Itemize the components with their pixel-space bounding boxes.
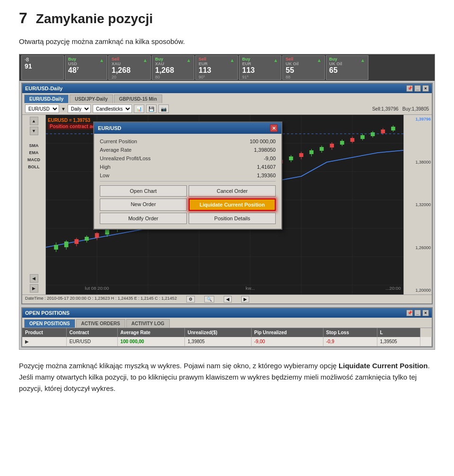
modal-label-unrealized: Unrealized Profit/Loss xyxy=(100,156,151,161)
ticker-item-minus8: ·8 91 xyxy=(21,55,64,80)
ticker-ukoil-buy-price: 65 xyxy=(329,66,338,75)
page-number: 7 xyxy=(19,9,27,27)
symbol-select[interactable]: EUR/USD xyxy=(25,104,59,113)
timeframe-select[interactable]: Daily xyxy=(68,104,91,113)
modal-body: Current Position 100 000,00 Average Rate… xyxy=(94,134,281,229)
modal-btn-cancel-order[interactable]: Cancel Order xyxy=(189,185,276,197)
statusbar-btn1[interactable]: ⚙ xyxy=(186,296,195,303)
svg-rect-20 xyxy=(85,237,89,241)
chart-toolbar: EUR/USD ▼ Daily Candlesticks 📊 💾 📷 Sell:… xyxy=(22,103,432,115)
toolbar-save-btn[interactable]: 💾 xyxy=(146,104,157,113)
ticker-buy-eur-label: Buy xyxy=(242,57,250,61)
svg-rect-16 xyxy=(64,242,69,247)
modal-btn-modify-order[interactable]: Modify Order xyxy=(100,213,187,224)
positions-titlebar-buttons: 📌 _ × xyxy=(406,310,429,316)
modal-close-btn[interactable]: ✕ xyxy=(270,124,278,132)
svg-rect-76 xyxy=(371,132,375,136)
ticker-sell-ukoil[interactable]: Sell UK Oil ▲ 55 88 xyxy=(282,55,325,80)
boll-indicator[interactable]: BOLL xyxy=(27,164,41,170)
svg-text:lut 08 20:00: lut 08 20:00 xyxy=(85,286,109,291)
modal-row-unrealized: Unrealized Profit/Loss -9,00 xyxy=(100,156,276,161)
row-l xyxy=(420,337,431,346)
statusbar-btn4[interactable]: ▶ xyxy=(241,296,249,303)
ticker-eur-buy-sub: 91⁶ xyxy=(242,75,249,79)
svg-rect-70 xyxy=(340,141,344,145)
ticker-xau-sell-sub: 20 xyxy=(112,75,116,79)
statusbar-btn2[interactable]: 🔍 xyxy=(204,296,214,303)
svg-rect-64 xyxy=(309,150,314,154)
toolbar-arrow: ▼ xyxy=(61,106,66,112)
col-header-l: L xyxy=(377,328,420,337)
col-header-unrealized: Unrealized($) xyxy=(184,328,251,337)
modal-overlay: EUR/USD ✕ Current Position 100 000,00 Av… xyxy=(93,121,282,230)
svg-text:...20:00: ...20:00 xyxy=(385,286,401,291)
chart-tab-usdjpy[interactable]: USD/JPY-Daily xyxy=(70,95,113,103)
ticker-buy-xau[interactable]: Buy XAU ▲ 1,268 80 xyxy=(152,55,194,80)
page-title-section: 7 Zamykanie pozycji xyxy=(19,9,435,27)
ticker-buy-ukoil[interactable]: Buy UK Oil ▲ 65 xyxy=(326,55,368,80)
modal-btn-new-order[interactable]: New Order xyxy=(100,199,187,211)
ticker-xau-sell-price: 1,268 xyxy=(112,66,131,75)
svg-rect-78 xyxy=(381,130,385,133)
svg-rect-62 xyxy=(299,153,304,157)
modal-titlebar: EUR/USD ✕ xyxy=(94,122,281,134)
modal-value-current-position: 100 000,00 xyxy=(250,138,276,144)
positions-minimize-btn[interactable]: _ xyxy=(414,310,421,316)
col-header-stop-loss: Stop Loss xyxy=(323,328,377,337)
modal-row-high: High 1,41607 xyxy=(100,164,276,170)
scroll-left-btn[interactable]: ◀ xyxy=(30,274,38,283)
statusbar-btn3[interactable]: ◀ xyxy=(224,296,232,303)
ticker-buy-xau-label: Buy xyxy=(155,57,163,61)
chart-tab-eurusd[interactable]: EUR/USD-Daily xyxy=(24,95,69,103)
row-stop-loss: 1,39505 xyxy=(377,337,420,346)
chart-right-axis: 1,39796 1,38000 1,32000 1,26000 1,20000 xyxy=(403,115,432,294)
modal-btn-position-details[interactable]: Position Details xyxy=(189,213,276,224)
ticker-buy-usd[interactable]: Buy USD ▲ 487 xyxy=(65,55,107,80)
body-paragraph-1: Pozycję można zamknąć klikając myszką w … xyxy=(19,360,435,394)
positions-tab-active-orders[interactable]: ACTIVE ORDERS xyxy=(76,319,125,328)
ticker-xau-arrow: ▲ xyxy=(186,58,191,63)
price-level-2: 1,38000 xyxy=(405,160,431,164)
chart-minimize-btn[interactable]: _ xyxy=(414,85,421,92)
ticker-ukoil-sell-price: 55 xyxy=(286,66,294,75)
modal-btn-liquidate[interactable]: Liquidate Current Position xyxy=(189,199,276,211)
chart-titlebar-buttons: 📌 _ × xyxy=(406,85,429,92)
ticker-sell-xau[interactable]: Sell XAU ▲ 1,268 20 xyxy=(108,55,151,80)
modal-btn-open-chart[interactable]: Open Chart xyxy=(100,185,187,197)
sma-indicator[interactable]: SMA xyxy=(28,143,40,148)
ticker-buy-eur[interactable]: Buy EUR ▲ 113 91⁶ xyxy=(239,55,281,80)
positions-tab-activity-log[interactable]: ACTIVITY LOG xyxy=(126,319,170,328)
chart-tab-gbpusd[interactable]: GBP/USD-15 Min xyxy=(114,95,162,103)
toolbar-camera-btn[interactable]: 📷 xyxy=(158,104,169,113)
modal-row-current-position: Current Position 100 000,00 xyxy=(100,138,276,144)
ticker-eur2-arrow: ▲ xyxy=(273,58,278,63)
price-level-5: 1,20000 xyxy=(405,288,431,293)
scroll-down-btn[interactable]: ▼ xyxy=(30,127,38,135)
ticker-xau-buy-sub: 80 xyxy=(155,75,160,79)
charttype-select[interactable]: Candlesticks xyxy=(93,104,132,113)
positions-close-btn[interactable]: × xyxy=(422,310,429,316)
price-level-4: 1,26000 xyxy=(405,245,431,250)
chart-close-btn[interactable]: × xyxy=(422,85,429,92)
ticker-sell-eur[interactable]: Sell EUR ▲ 113 90⁵ xyxy=(195,55,238,80)
svg-rect-66 xyxy=(320,147,324,151)
svg-rect-18 xyxy=(74,239,79,244)
macd-indicator[interactable]: MACD xyxy=(26,157,41,163)
ema-indicator[interactable]: EMA xyxy=(28,150,40,156)
chart-window: EUR/USD-Daily 📌 _ × EUR/USD-Daily USD/JP… xyxy=(21,83,433,304)
scroll-right-btn[interactable]: ▶ xyxy=(30,284,38,293)
ticker-xau-buy-price: 1,268 xyxy=(155,66,174,75)
toolbar-indicator-btn[interactable]: 📊 xyxy=(134,104,144,113)
positions-pin-btn[interactable]: 📌 xyxy=(406,310,413,316)
row-arrow: ▶ xyxy=(22,337,66,346)
chart-pin-btn[interactable]: 📌 xyxy=(406,85,413,92)
modal-label-current-position: Current Position xyxy=(100,138,137,144)
ticker-sell-label: Sell xyxy=(112,57,119,61)
positions-tab-open[interactable]: OPEN POSITIONS xyxy=(24,319,75,328)
col-header-avg-rate: Average Rate xyxy=(117,328,184,337)
price-level-1: 1,39796 xyxy=(405,117,431,121)
ticker-up-arrow: ▲ xyxy=(99,58,104,63)
modal-buttons: Open Chart Cancel Order New Order Liquid… xyxy=(100,185,276,224)
scroll-up-btn[interactable]: ▲ xyxy=(30,117,38,125)
modal-label-high: High xyxy=(100,164,111,170)
